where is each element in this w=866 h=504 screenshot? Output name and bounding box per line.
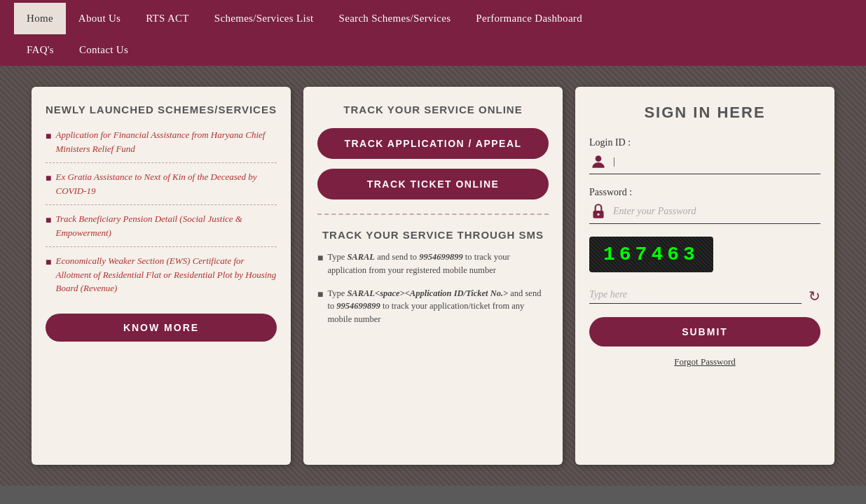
scheme-text: Track Beneficiary Pension Detail (Social… <box>55 212 277 239</box>
divider <box>317 214 549 215</box>
schemes-card-title: NEWLY LAUNCHED SCHEMES/SERVICES <box>46 104 277 115</box>
bullet-icon: ■ <box>46 255 51 270</box>
nav-row-1: Home About Us RTS ACT Schemes/Services L… <box>0 0 866 34</box>
list-item: ■ Type SARAL<space><Application ID/Ticke… <box>317 287 549 326</box>
list-item: ■ Ex Gratia Assistance to Next of Kin of… <box>46 170 277 205</box>
bullet-icon: ■ <box>317 251 323 265</box>
navigation: Home About Us RTS ACT Schemes/Services L… <box>0 0 866 66</box>
nav-home[interactable]: Home <box>14 3 66 34</box>
svg-point-0 <box>596 155 602 162</box>
track-card: TRACK YOUR SERVICE ONLINE TRACK APPLICAT… <box>303 87 563 465</box>
scheme-text: Ex Gratia Assistance to Next of Kin of t… <box>55 170 277 197</box>
nav-schemes-list[interactable]: Schemes/Services List <box>202 3 327 34</box>
captcha-image: 167463 <box>589 237 713 272</box>
scheme-text: Economically Weaker Section (EWS) Certif… <box>55 254 277 295</box>
password-label: Password : <box>589 187 820 198</box>
bullet-icon: ■ <box>46 129 51 144</box>
bullet-icon: ■ <box>46 171 51 186</box>
submit-button[interactable]: SUBMIT <box>589 317 820 346</box>
list-item: ■ Track Beneficiary Pension Detail (Soci… <box>46 212 277 247</box>
nav-row-2: FAQ's Contact Us <box>0 34 866 66</box>
captcha-input-wrapper <box>589 289 802 304</box>
signin-card: SIGN IN HERE Login ID : Password : 16746… <box>575 87 834 465</box>
login-id-label: Login ID : <box>589 137 820 148</box>
scheme-list: ■ Application for Financial Assistance f… <box>46 128 277 302</box>
person-icon <box>589 153 607 171</box>
login-id-input-wrapper <box>589 153 820 174</box>
track-application-button[interactable]: TRACK APPLICATION / APPEAL <box>317 128 549 159</box>
login-id-input[interactable] <box>613 156 820 167</box>
bullet-icon: ■ <box>317 287 323 302</box>
sms-list: ■ Type SARAL and send to 9954699899 to t… <box>317 251 549 326</box>
nav-about-us[interactable]: About Us <box>66 3 133 34</box>
captcha-input[interactable] <box>589 289 802 300</box>
track-ticket-button[interactable]: TRACK TICKET ONLINE <box>317 169 549 200</box>
track-card-title: TRACK YOUR SERVICE ONLINE <box>317 104 549 115</box>
nav-search-schemes[interactable]: Search Schemes/Services <box>327 3 464 34</box>
password-input-wrapper <box>589 202 820 224</box>
lock-icon <box>589 202 607 220</box>
bullet-icon: ■ <box>46 213 51 227</box>
scheme-text: Application for Financial Assistance fro… <box>55 128 277 155</box>
captcha-section: 167463 <box>589 237 820 281</box>
sms-text: Type SARAL<space><Application ID/Ticket … <box>327 287 549 326</box>
nav-faqs[interactable]: FAQ's <box>14 34 67 66</box>
list-item: ■ Type SARAL and send to 9954699899 to t… <box>317 251 549 277</box>
list-item: ■ Economically Weaker Section (EWS) Cert… <box>46 254 277 302</box>
password-input[interactable] <box>613 206 820 217</box>
captcha-input-row: ↻ <box>589 288 820 304</box>
sms-text: Type SARAL and send to 9954699899 to tra… <box>327 251 549 277</box>
forgot-password-link[interactable]: Forgot Password <box>589 356 820 368</box>
list-item: ■ Application for Financial Assistance f… <box>46 128 277 163</box>
nav-rts-act[interactable]: RTS ACT <box>133 3 202 34</box>
sms-section-title: TRACK YOUR SERVICE THROUGH SMS <box>317 229 549 241</box>
svg-point-2 <box>597 214 599 216</box>
nav-performance-dashboard[interactable]: Performance Dashboard <box>463 3 595 34</box>
nav-contact-us[interactable]: Contact Us <box>67 34 141 66</box>
page-background: NEWLY LAUNCHED SCHEMES/SERVICES ■ Applic… <box>0 66 866 486</box>
refresh-captcha-icon[interactable]: ↻ <box>809 288 820 304</box>
know-more-button[interactable]: KNOW MORE <box>46 314 277 342</box>
signin-title: SIGN IN HERE <box>589 104 820 122</box>
schemes-card: NEWLY LAUNCHED SCHEMES/SERVICES ■ Applic… <box>32 87 291 465</box>
